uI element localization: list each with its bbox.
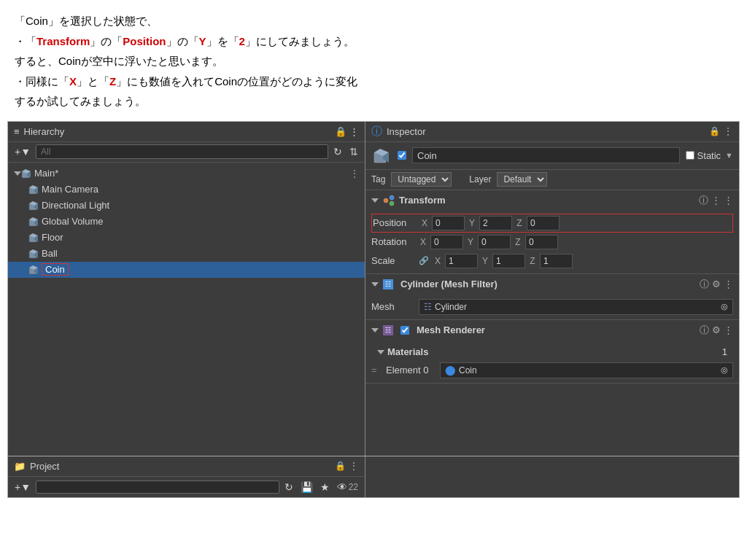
pos-x-input[interactable] [432, 216, 465, 230]
hierarchy-item-floor[interactable]: Floor [8, 230, 365, 246]
hierarchy-search-input[interactable] [36, 144, 328, 159]
object-name-input[interactable] [412, 147, 680, 163]
transform-component: Transform ⓘ ⋮ ⋮ Position X Y Z [365, 190, 739, 274]
hierarchy-panel: ≡ Hierarchy 🔒 ⋮ +▼ ↻ ⇅ [8, 122, 365, 456]
hierarchy-scene-root[interactable]: Main* ⋮ [8, 166, 365, 182]
project-search-input[interactable] [36, 481, 279, 494]
transform-more-icon[interactable]: ⋮ [724, 195, 733, 206]
mesh-renderer-header[interactable]: ☷ Mesh Renderer ⓘ ⚙ ⋮ [365, 320, 739, 341]
scale-y-input[interactable] [492, 254, 525, 268]
object-active-checkbox[interactable] [398, 151, 406, 160]
pos-y-label: Y [468, 218, 476, 228]
project-toolbar: +▼ ↻ 💾 ★ 👁 22 [8, 477, 365, 497]
tag-layer-row: Tag Untagged Layer Default [365, 170, 739, 190]
hierarchy-item-directional-light[interactable]: Directional Light [8, 198, 365, 214]
static-dropdown-icon[interactable]: ▼ [725, 151, 733, 160]
instr-mid3: 」を「 [206, 35, 239, 47]
object-3d-icon [371, 145, 392, 166]
hierarchy-add-button[interactable]: +▼ [12, 146, 33, 158]
mat-circle-icon: ⬤ [445, 365, 456, 376]
hierarchy-filter-icon[interactable]: ⇅ [347, 146, 360, 158]
project-add-button[interactable]: +▼ [12, 481, 33, 493]
mat-equals-icon: = [371, 365, 383, 376]
hierarchy-item-global-volume[interactable]: Global Volume [8, 214, 365, 230]
mesh-filter-expand-icon [371, 282, 379, 287]
position-row: Position X Y Z [371, 214, 733, 233]
mesh-filter-help-icon[interactable]: ⓘ [700, 278, 709, 291]
scale-z-input[interactable] [540, 254, 573, 268]
position-label: Position [373, 217, 420, 228]
mesh-value-text: Cylinder [435, 302, 467, 312]
mesh-filter-settings-icon[interactable]: ⚙ [712, 279, 721, 289]
mesh-target-icon[interactable]: ◎ [721, 302, 728, 311]
instruction-bullet: ・「 [15, 35, 36, 47]
tag-label: Tag [371, 174, 385, 184]
instruction-line2: ・「Transform」の「Position」の「Y」を「2」にしてみましょう。 [15, 32, 732, 51]
pos-z-input[interactable] [527, 216, 560, 230]
mesh-filter-header[interactable]: ☷ Cylinder (Mesh Filter) ⓘ ⚙ ⋮ [365, 274, 739, 295]
instruction-y: Y [199, 35, 206, 47]
layer-label: Layer [469, 174, 491, 184]
mesh-renderer-icon: ☷ [383, 325, 393, 335]
hierarchy-item-main-camera[interactable]: Main Camera [8, 182, 365, 198]
mesh-renderer-expand-icon [371, 328, 379, 332]
mesh-value: ☷ Cylinder ◎ [419, 299, 733, 315]
scene-icon [21, 168, 31, 179]
instruction-z: Z [109, 75, 116, 88]
project-header-left: 📁 Project [14, 461, 59, 472]
instruction-area: 「Coin」を選択した状態で、 ・「Transform」の「Position」の… [0, 0, 747, 121]
transform-header[interactable]: Transform ⓘ ⋮ ⋮ [365, 190, 739, 211]
transform-icon [383, 195, 395, 206]
eye-count-label: 22 [349, 482, 358, 492]
instr4-suffix: 」にも数値を入れてCoinの位置がどのように変化 [116, 75, 357, 88]
mesh-renderer-body: Materials 1 = Element 0 ⬤ Coin ◎ [365, 341, 739, 383]
hierarchy-item-coin[interactable]: Coin [8, 262, 365, 278]
coin-selected-label: Coin [42, 263, 69, 276]
rot-z-input[interactable] [525, 235, 558, 249]
tag-select[interactable]: Untagged [391, 172, 452, 187]
mesh-renderer-help-icon[interactable]: ⓘ [700, 324, 709, 337]
layer-select[interactable]: Default [497, 172, 547, 187]
instr-mid1: 」の「 [90, 35, 123, 47]
hierarchy-refresh-icon[interactable]: ↻ [331, 146, 344, 158]
pos-y-input[interactable] [479, 216, 512, 230]
materials-label: Materials [387, 346, 722, 357]
cube-3d-icon [373, 147, 390, 164]
inspector-panel: ⓘ Inspector 🔒 ⋮ Static ▼ [365, 122, 739, 456]
transform-settings-icon[interactable]: ⋮ [711, 195, 721, 206]
scale-x-input[interactable] [445, 254, 478, 268]
hierarchy-lock-icon: 🔒 [335, 126, 347, 137]
floor-icon [28, 233, 39, 243]
hierarchy-item-ball[interactable]: Ball [8, 246, 365, 262]
project-eye-icon[interactable]: 👁 22 [335, 481, 360, 493]
project-refresh-icon[interactable]: ↻ [282, 481, 295, 493]
instruction-transform: Transform [36, 35, 90, 47]
instruction-x: X [69, 75, 77, 88]
mesh-renderer-active-checkbox[interactable] [400, 326, 409, 335]
inspector-header-right: 🔒 ⋮ [709, 125, 733, 137]
project-save-icon[interactable]: 💾 [298, 481, 315, 493]
mesh-renderer-settings-icon[interactable]: ⚙ [712, 324, 721, 335]
pos-x-label: X [420, 218, 429, 228]
rotation-row: Rotation X Y Z [371, 233, 733, 252]
mesh-filter-more-icon[interactable]: ⋮ [724, 279, 733, 289]
hierarchy-content: Main* ⋮ Main Camera Directiona [8, 163, 365, 456]
rot-y-input[interactable] [478, 235, 511, 249]
mesh-filter-component: ☷ Cylinder (Mesh Filter) ⓘ ⚙ ⋮ Mesh ☷ Cy… [365, 274, 739, 320]
static-checkbox[interactable] [686, 151, 694, 160]
instruction-line4: ・同様に「X」と「Z」にも数値を入れてCoinの位置がどのように変化 [15, 72, 732, 91]
material-element-0: = Element 0 ⬤ Coin ◎ [371, 361, 733, 380]
mat-target-icon[interactable]: ◎ [721, 365, 728, 375]
instr-suffix: 」にしてみましょう。 [245, 35, 355, 47]
mesh-renderer-more-icon[interactable]: ⋮ [724, 324, 733, 335]
instruction-line3: すると、Coinが空中に浮いたと思います。 [15, 52, 732, 71]
hierarchy-item-label: Floor [42, 232, 63, 243]
rot-x-input[interactable] [430, 235, 463, 249]
hierarchy-header-right: 🔒 ⋮ [335, 126, 359, 137]
static-label: Static [697, 150, 721, 161]
project-star-icon[interactable]: ★ [318, 481, 332, 493]
project-right-spacer [365, 456, 739, 497]
coin-cube-icon [28, 265, 39, 275]
transform-help-icon[interactable]: ⓘ [699, 194, 708, 207]
hierarchy-title: Hierarchy [24, 126, 65, 137]
